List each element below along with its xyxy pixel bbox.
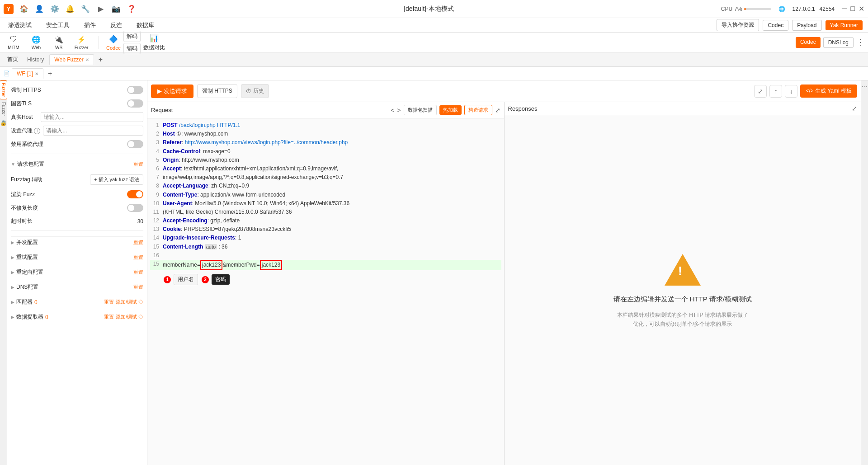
- menu-pentest[interactable]: 渗透测试: [5, 19, 34, 31]
- fuzztag-row: Fuzztag 辅助 + 插入 yak.fuzz 语法: [11, 173, 143, 187]
- close-button[interactable]: ✕: [859, 5, 864, 13]
- scan-btn[interactable]: 数据包扫描: [404, 105, 437, 115]
- help-nav-icon[interactable]: ❓: [127, 4, 137, 14]
- hot-load-btn[interactable]: 热加载: [439, 105, 462, 115]
- title-bar: Y 🏠 👤 ⚙️ 🔔 🔧 ▶ 📷 ❓ [default]-本地模式 CPU 7%…: [0, 0, 868, 18]
- terminal-nav-icon[interactable]: ▶: [96, 4, 106, 14]
- matcher-title: ▶ 匹配器 0: [11, 298, 38, 306]
- fix-length-toggle[interactable]: [127, 204, 143, 212]
- dns-reset[interactable]: 重置: [133, 284, 143, 291]
- dns-config-header[interactable]: ▶ DNS配置 重置: [11, 281, 143, 294]
- real-host-label: 真实Host: [11, 113, 38, 121]
- render-fuzz-toggle[interactable]: [127, 190, 143, 198]
- home-nav-icon[interactable]: 🏠: [19, 4, 29, 14]
- add-tab-button[interactable]: +: [96, 56, 105, 64]
- tab-home[interactable]: 首页: [4, 54, 22, 65]
- fuzzer-tool[interactable]: ⚡ Fuzzer: [71, 34, 91, 50]
- decode-btn[interactable]: 解码: [123, 31, 141, 42]
- tab-history[interactable]: History: [24, 55, 47, 65]
- extractor-add-btn[interactable]: 添加/调试 ◇: [116, 314, 143, 320]
- extractor-count: 0: [45, 314, 48, 320]
- add-fuzztag-btn[interactable]: + 插入 yak.fuzz 语法: [90, 174, 143, 185]
- bell-nav-icon[interactable]: 🔔: [65, 4, 75, 14]
- codec-menu-btn[interactable]: Codec: [763, 20, 788, 31]
- code-line-3: 3 Referer: http://www.myshop.com/views/l…: [150, 138, 501, 147]
- share-icon[interactable]: ⤢: [754, 85, 767, 98]
- toolbar-row: 🛡 MITM 🌐 Web 🔌 WS ⚡ Fuzzer 🔷 Codec 解码 编码…: [0, 33, 868, 52]
- construct-btn[interactable]: 构造请求: [464, 105, 492, 115]
- retry-reset[interactable]: 重置: [133, 254, 143, 261]
- badge-2: 2: [202, 276, 209, 283]
- cpu-label: CPU: [721, 6, 732, 12]
- close-tab-icon[interactable]: ✕: [85, 57, 89, 62]
- matcher-reset[interactable]: 重置: [104, 299, 114, 305]
- fuzz-popup-password[interactable]: 密码: [212, 274, 230, 285]
- history-btn[interactable]: ⏱ 历史: [241, 84, 269, 98]
- code-line-7: 7 image/webp,image/apng,*/*;q=0.8,applic…: [150, 173, 501, 182]
- ws-tool[interactable]: 🔌 WS: [49, 34, 69, 50]
- code-editor[interactable]: 1 POST /back/login.php HTTP/1.1 2 Host ①…: [147, 118, 504, 465]
- payload-btn[interactable]: Payload: [792, 20, 821, 31]
- encode-btn[interactable]: 编码: [123, 43, 141, 54]
- wf1-tab[interactable]: WF-[1] ✕: [12, 68, 43, 79]
- yak-runner-btn[interactable]: Yak Runner: [826, 20, 863, 30]
- upload-icon[interactable]: ↑: [769, 85, 782, 98]
- next-arrow-icon[interactable]: >: [397, 107, 401, 114]
- force-https-toggle[interactable]: [127, 86, 143, 94]
- concurrent-config-header[interactable]: ▶ 并发配置 重置: [11, 236, 143, 249]
- right-collapse-icon[interactable]: ⋮: [862, 84, 868, 89]
- gm-tls-toggle[interactable]: [127, 99, 143, 108]
- settings-nav-icon[interactable]: ⚙️: [50, 4, 60, 14]
- codec-tool[interactable]: 🔷 Codec: [106, 34, 121, 51]
- minimize-button[interactable]: ─: [842, 5, 847, 13]
- dnslog-btn[interactable]: DNSLog: [823, 37, 854, 48]
- download-icon[interactable]: ↓: [785, 85, 797, 98]
- camera-nav-icon[interactable]: 📷: [111, 4, 121, 14]
- data-compare-tool[interactable]: 📊 数据对比: [143, 33, 165, 52]
- menu-reverse[interactable]: 反连: [108, 19, 125, 31]
- maximize-button[interactable]: □: [850, 5, 855, 13]
- prev-arrow-icon[interactable]: <: [391, 107, 394, 114]
- close-wf1-icon[interactable]: ✕: [35, 71, 38, 76]
- extractor-header[interactable]: ▶ 数据提取器 0 重置 添加/调试 ◇: [11, 310, 143, 324]
- redirect-reset[interactable]: 重置: [133, 269, 143, 276]
- request-config-header[interactable]: ▼ 请求包配置 重置: [11, 158, 143, 171]
- diamond-icon-2: ◇: [138, 314, 143, 319]
- proxy-info-icon[interactable]: i: [34, 128, 40, 134]
- extractor-reset[interactable]: 重置: [104, 314, 114, 320]
- codec-top-btn[interactable]: Codec: [796, 37, 821, 48]
- menu-right-buttons: 导入协作资源 Codec Payload Yak Runner: [717, 19, 863, 31]
- matcher-header[interactable]: ▶ 匹配器 0 重置 添加/调试 ◇: [11, 296, 143, 309]
- more-options-icon[interactable]: ⋮: [856, 37, 864, 48]
- redirect-config-header[interactable]: ▶ 重定向配置 重置: [11, 266, 143, 279]
- set-proxy-input[interactable]: [43, 126, 143, 136]
- web-tool[interactable]: 🌐 Web: [26, 34, 46, 50]
- disable-proxy-toggle[interactable]: [127, 140, 143, 148]
- response-expand-icon[interactable]: ⤢: [852, 105, 857, 112]
- request-panel: Request < > 数据包扫描 热加载 构造请求 ⤢ 1 POST /bac…: [147, 102, 505, 465]
- menu-security-tools[interactable]: 安全工具: [43, 19, 72, 31]
- code-line-16: 16: [150, 251, 501, 260]
- menu-plugins[interactable]: 插件: [81, 19, 99, 31]
- tools-nav-icon[interactable]: 🔧: [80, 4, 90, 14]
- add-wf-tab-button[interactable]: +: [45, 70, 55, 78]
- tab-web-fuzzer[interactable]: Web Fuzzer ✕: [49, 54, 94, 65]
- user-nav-icon[interactable]: 👤: [34, 4, 44, 14]
- extractor-actions: 重置 添加/调试 ◇: [104, 314, 143, 320]
- retry-config-header[interactable]: ▶ 重试配置 重置: [11, 251, 143, 264]
- expand-icon[interactable]: ⤢: [495, 107, 500, 114]
- matcher-add-btn[interactable]: 添加/调试 ◇: [116, 299, 143, 305]
- import-collab-btn[interactable]: 导入协作资源: [717, 19, 759, 31]
- force-https-row: 强制 HTTPS: [11, 84, 143, 96]
- codec-label: Codec: [106, 45, 121, 51]
- yaml-template-btn[interactable]: </> 生成 Yaml 模板: [800, 85, 857, 98]
- decode-encode-group: 解码 编码: [123, 31, 141, 54]
- send-request-btn[interactable]: ▶ 发送请求: [151, 85, 193, 98]
- menu-database[interactable]: 数据库: [134, 19, 157, 31]
- concurrent-reset[interactable]: 重置: [133, 239, 143, 246]
- fuzz-popup-username[interactable]: 用户名: [174, 274, 198, 285]
- force-https-action-btn[interactable]: 强制 HTTPS: [197, 84, 237, 98]
- mitm-tool[interactable]: 🛡 MITM: [4, 34, 24, 50]
- real-host-input[interactable]: [41, 112, 143, 122]
- request-config-reset[interactable]: 重置: [133, 161, 143, 168]
